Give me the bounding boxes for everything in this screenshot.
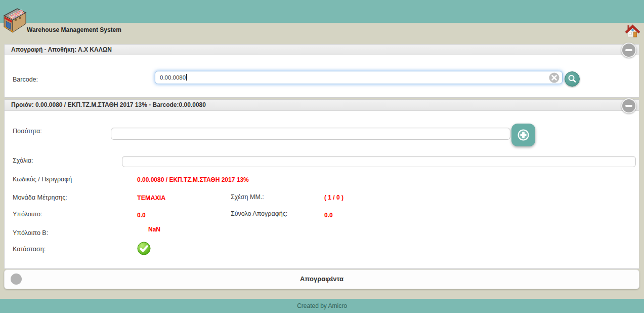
magnifier-icon [565,72,579,86]
wms-page: WMS Warehouse Management System Απογραφή… [0,0,644,313]
code-desc-value: 0.00.0080 / ΕΚΠ.ΤΖ.Μ.ΣΤΑΘΗ 2017 13% [137,176,249,183]
comments-input[interactable] [122,156,636,167]
product-panel-body: Ποσότητα: Σχόλια: Κωδικός / Περιγραφή 0.… [5,111,639,268]
footer-bar: Created by Amicro [0,299,644,313]
code-desc-label: Κωδικός / Περιγραφή [13,176,72,183]
green-check-icon [137,242,151,255]
balance-b-label: Υπόλοιπο Β: [13,229,48,237]
product-panel: Προιόν: 0.00.0080 / ΕΚΠ.ΤΖ.Μ.ΣΤΑΘΗ 2017 … [4,99,639,269]
inventory-panel: Απογραφή - Αποθήκη: Α.Χ ΚΑΛΩΝ Barcode: 0… [4,44,639,98]
comments-label: Σχόλια: [13,157,33,164]
product-panel-header: Προιόν: 0.00.0080 / ΕΚΠ.ΤΖ.Μ.ΣΤΑΘΗ 2017 … [5,100,639,111]
quantity-label: Ποσότητα: [13,128,42,135]
inventory-total-value: 0.0 [324,212,333,219]
search-button[interactable] [565,71,580,87]
mm-relation-label: Σχέση ΜΜ.: [231,193,264,201]
app-title: Warehouse Management System [27,26,121,33]
balance-b-value: NaN [148,226,160,233]
inventoried-bar-label: Απογραφέντα [5,270,639,288]
text-caret [186,74,187,81]
add-button[interactable] [511,124,535,146]
unit-value: ΤΕΜΑΧΙΑ [137,194,165,202]
barcode-label: Barcode: [13,76,38,83]
clear-x-icon[interactable] [549,72,560,83]
unit-label: Μονάδα Μέτρησης: [13,194,67,201]
balance-value: 0.0 [137,212,146,219]
quantity-input[interactable] [111,128,510,140]
footer-credit-text: Created by Amicro [0,299,644,313]
inventory-panel-body: Barcode: 0.00.0080 [5,55,639,97]
barcode-input[interactable]: 0.00.0080 [155,71,563,84]
wms-logo-icon: WMS [4,7,27,33]
minus-collapse-icon[interactable] [621,98,636,113]
mm-relation-value: ( 1 / 0 ) [324,194,344,201]
minus-collapse-icon[interactable] [621,43,636,58]
status-label: Κατάσταση: [13,246,46,253]
inventoried-accordion-bar[interactable]: Απογραφέντα [4,269,639,289]
bullet-circle-icon [11,273,22,285]
product-panel-title: Προιόν: 0.00.0080 / ΕΚΠ.ΤΖ.Μ.ΣΤΑΘΗ 2017 … [11,101,206,108]
inventory-panel-header: Απογραφή - Αποθήκη: Α.Χ ΚΑΛΩΝ [5,45,639,55]
plus-icon [511,124,535,146]
barcode-input-value: 0.00.0080 [160,74,186,81]
inventory-total-label: Σύνολο Απογραφής: [231,210,287,217]
inventory-panel-title: Απογραφή - Αποθήκη: Α.Χ ΚΑΛΩΝ [11,46,112,53]
top-bar [0,0,644,23]
balance-label: Υπόλοιπο: [13,211,42,218]
home-icon[interactable] [625,23,640,40]
